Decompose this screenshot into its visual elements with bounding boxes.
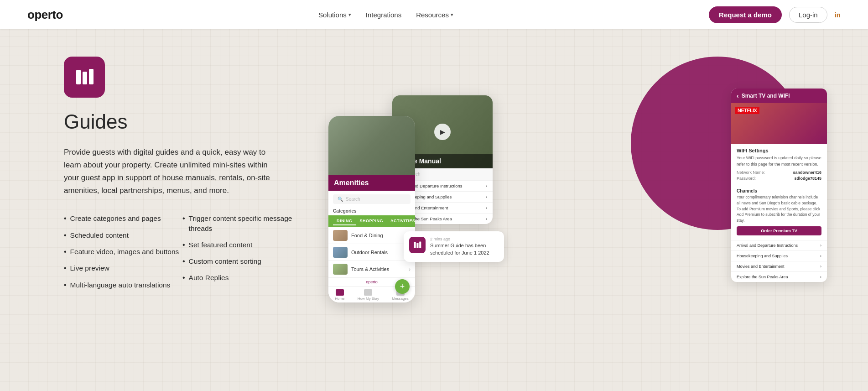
wifi-list-item: Arrival and Departure Instructions › — [731, 240, 827, 250]
svg-rect-3 — [414, 242, 416, 248]
guides-icon — [73, 65, 96, 89]
amenities-search: 🔍 Search — [333, 194, 411, 204]
notification-content: 2 mins ago Summer Guide has been schedul… — [430, 237, 499, 256]
categories-label: Categories — [328, 208, 415, 215]
svg-rect-1 — [83, 72, 87, 84]
wifi-body: Your WiFi password is updated daily so p… — [731, 155, 827, 187]
chevron-right-icon: › — [820, 254, 821, 258]
nav-resources[interactable]: Resources ▾ — [416, 11, 453, 19]
chevron-right-icon: › — [486, 206, 487, 210]
guides-small-icon — [413, 240, 422, 250]
chevron-right-icon: › — [820, 275, 821, 279]
nav-actions: Request a demo Log-in in — [709, 6, 841, 23]
features-grid: Create categories and pages Scheduled co… — [64, 214, 301, 290]
request-demo-button[interactable]: Request a demo — [709, 6, 782, 23]
list-item-thumb — [333, 230, 348, 241]
wifi-panel-header: ‹ Smart TV and WIFI — [731, 89, 827, 103]
phone-list-item: Food & Dining › — [328, 227, 415, 244]
nav-my-stay[interactable]: How My Stay — [358, 289, 379, 301]
left-column: Guides Provide guests with digital guide… — [64, 57, 301, 290]
chevron-right-icon: › — [486, 184, 487, 188]
notification-popup: 2 mins ago Summer Guide has been schedul… — [404, 231, 504, 262]
feature-item: Live preview — [64, 263, 182, 273]
svg-rect-5 — [419, 242, 421, 248]
feature-item: Auto Replies — [182, 273, 301, 283]
wifi-password-row: Password: sdlodge78145 — [737, 176, 821, 181]
categories-tabs: DINING SHOPPING ACTIVITIES — [328, 215, 415, 227]
notification-text: Summer Guide has been scheduled for June… — [430, 242, 499, 256]
login-button[interactable]: Log-in — [789, 7, 827, 23]
feature-item: Scheduled content — [64, 230, 182, 240]
order-premium-button[interactable]: Order Premium TV — [737, 226, 821, 235]
wifi-network-row: Network Name: sandowner416 — [737, 170, 821, 175]
feature-item: Feature video, images and buttons — [64, 247, 182, 257]
wifi-panel-image: NETFLIX — [731, 103, 827, 144]
page-content: Guides Provide guests with digital guide… — [0, 29, 868, 391]
logo: operto — [27, 8, 63, 22]
feature-item: Multi-language auto translations — [64, 280, 182, 290]
right-column: ‹ Smart TV and WIFI NETFLIX WIFI Setting… — [319, 47, 832, 321]
amenities-phone-mockup: Amenities 🔍 Search Categories DINING SHO… — [328, 116, 415, 302]
back-icon: ‹ — [737, 92, 739, 99]
svg-rect-2 — [89, 69, 94, 84]
amenities-header: Amenities — [328, 175, 415, 191]
svg-rect-0 — [76, 70, 81, 84]
chevron-right-icon: › — [486, 195, 487, 199]
nav-integrations[interactable]: Integrations — [366, 11, 401, 19]
section-description: Provide guests with digital guides and a… — [64, 146, 278, 197]
linkedin-icon[interactable]: in — [835, 11, 841, 19]
feature-item: Set featured content — [182, 240, 301, 250]
nav-home[interactable]: Home — [335, 289, 344, 301]
netflix-badge: NETFLIX — [735, 107, 759, 114]
phone-bottom-nav: Home How My Stay Messages + — [328, 286, 415, 302]
search-label: Search — [346, 197, 360, 202]
phone-list-item: Outdoor Rentals › — [328, 244, 415, 261]
play-button[interactable]: ▶ — [434, 124, 451, 140]
notification-time: 2 mins ago — [430, 237, 499, 241]
amenities-image — [328, 116, 415, 175]
chevron-down-icon: ▾ — [451, 12, 453, 18]
nav-solutions[interactable]: Solutions ▾ — [318, 11, 351, 19]
feature-item: Custom content sorting — [182, 256, 301, 266]
chevron-right-icon: › — [486, 217, 487, 221]
tab-activities[interactable]: ACTIVITIES — [387, 217, 415, 225]
svg-rect-4 — [416, 243, 418, 248]
list-item-thumb — [333, 247, 348, 258]
list-item-thumb — [333, 264, 348, 275]
chevron-right-icon: › — [409, 266, 411, 272]
phone-list-item: Tours & Activities › — [328, 261, 415, 278]
search-icon: 🔍 — [338, 197, 343, 202]
feature-item: Create categories and pages — [64, 214, 182, 224]
wifi-list-item: Explore the Sun Peaks Area › — [731, 271, 827, 282]
tab-shopping[interactable]: SHOPPING — [356, 217, 387, 225]
chevron-right-icon: › — [820, 264, 821, 269]
fab-button[interactable]: + — [395, 279, 410, 294]
features-left-col: Create categories and pages Scheduled co… — [64, 214, 182, 290]
wifi-panel: ‹ Smart TV and WIFI NETFLIX WIFI Setting… — [731, 89, 827, 282]
channels-description: Your complimentary television channels i… — [731, 194, 827, 226]
navbar: operto Solutions ▾ Integrations Resource… — [0, 0, 868, 29]
page-title: Guides — [64, 110, 301, 133]
wifi-list-item: Housekeeping and Supplies › — [731, 250, 827, 261]
notification-icon — [409, 237, 426, 253]
tab-dining[interactable]: DINING — [333, 217, 356, 225]
app-icon — [64, 57, 105, 98]
chevron-down-icon: ▾ — [348, 12, 351, 18]
chevron-right-icon: › — [820, 243, 821, 248]
wifi-description: Your WiFi password is updated daily so p… — [737, 155, 821, 167]
feature-item: Trigger content specific message threads — [182, 214, 301, 233]
wifi-section-title: WIFI Settings — [731, 144, 827, 155]
channels-title: Channels — [731, 187, 827, 194]
nav-links: Solutions ▾ Integrations Resources ▾ — [318, 11, 453, 19]
wifi-list-item: Movies and Entertainment › — [731, 261, 827, 271]
features-right-col: Trigger content specific message threads… — [182, 214, 301, 290]
